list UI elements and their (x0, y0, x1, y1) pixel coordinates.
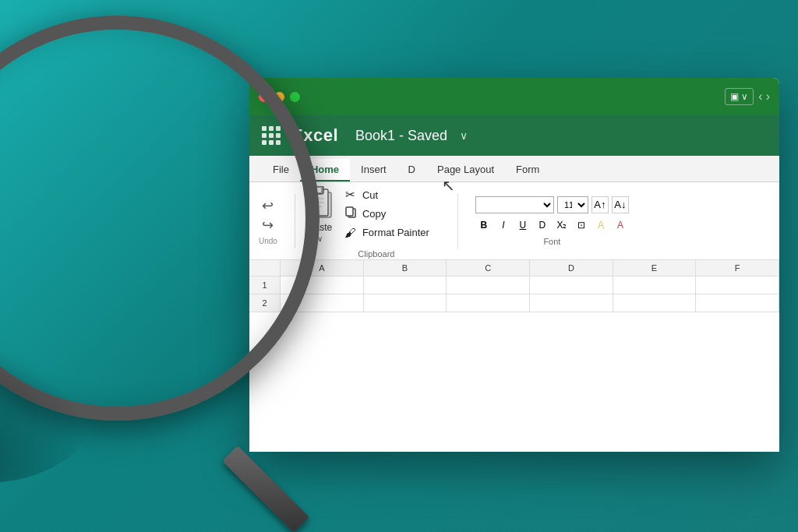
excel-window: ▣ ∨ ‹ › Excel Book1 - Saved ∨ File Ho (249, 78, 779, 452)
font-group: 11 A↑ A↓ B I U D X₂ ⊡ A A Font (475, 196, 629, 246)
column-headers: A B C D E F (249, 260, 779, 277)
clipboard-items: Paste ∨ ✂ Cut (306, 183, 447, 246)
tab-file[interactable]: File (262, 159, 300, 181)
col-header-b[interactable]: B (364, 260, 447, 276)
shrink-font-button[interactable]: A↓ (612, 196, 629, 213)
fill-color-button[interactable]: A (592, 217, 609, 234)
tab-d[interactable]: D (397, 159, 426, 181)
undo-label: Undo (259, 237, 277, 245)
cell-a1[interactable] (281, 277, 364, 294)
paste-icon (306, 186, 334, 220)
nav-arrows: ‹ › (758, 90, 770, 104)
format-painter-label: Format Painter (362, 227, 429, 238)
cell-d2[interactable] (530, 294, 613, 312)
table-row: 1 (249, 277, 779, 294)
svg-rect-3 (316, 188, 321, 192)
col-header-c[interactable]: C (447, 260, 530, 276)
cut-button[interactable]: ✂ Cut (341, 186, 447, 203)
close-button[interactable] (259, 92, 269, 102)
font-controls-row: 11 A↑ A↓ (475, 196, 629, 213)
subscript-button[interactable]: X₂ (553, 217, 570, 234)
spreadsheet-area: A B C D E F 1 2 (249, 260, 779, 452)
italic-button[interactable]: I (495, 217, 512, 234)
paste-button[interactable]: Paste ∨ (306, 186, 334, 243)
cell-e2[interactable] (613, 294, 697, 312)
corner-cell (249, 260, 281, 276)
toolbar-icons: ▣ ∨ ‹ › (725, 88, 770, 105)
copy-label: Copy (362, 208, 386, 220)
minimize-button[interactable] (274, 92, 284, 102)
window-controls (259, 92, 300, 102)
app-title-bar: Excel Book1 - Saved ∨ (249, 115, 779, 156)
strikethrough-button[interactable]: D (534, 217, 551, 234)
format-painter-icon: 🖌 (344, 226, 358, 239)
tab-page-layout[interactable]: Page Layout (426, 159, 505, 181)
redo-button[interactable]: ↪ (262, 216, 274, 235)
col-header-e[interactable]: E (613, 260, 697, 276)
font-size-select[interactable]: 11 (557, 196, 588, 213)
cell-e1[interactable] (613, 277, 697, 294)
ribbon-content: ↩ ↪ Undo (249, 182, 779, 260)
copy-button[interactable]: Copy (341, 205, 447, 223)
col-header-d[interactable]: D (530, 260, 613, 276)
col-header-a[interactable]: A (281, 260, 364, 276)
tab-insert[interactable]: Insert (350, 159, 397, 181)
forward-arrow-icon[interactable]: › (766, 90, 770, 104)
maximize-button[interactable] (290, 92, 300, 102)
layout-icon-button[interactable]: ▣ ∨ (725, 88, 754, 105)
paste-label: Paste (309, 222, 333, 233)
table-row: 2 (249, 294, 779, 312)
svg-rect-8 (346, 207, 353, 216)
doc-chevron-icon[interactable]: ∨ (460, 129, 468, 142)
ribbon-tabs: File Home Insert D Page Layout Form (249, 156, 779, 182)
row-num-2: 2 (249, 294, 281, 312)
row-num-1: 1 (249, 277, 281, 294)
format-painter-button[interactable]: 🖌 Format Painter (341, 224, 447, 241)
cell-f1[interactable] (696, 277, 779, 294)
doc-title: Book1 - Saved (355, 128, 447, 144)
separator-2 (457, 194, 458, 248)
app-grid-icon (262, 126, 281, 145)
cell-c2[interactable] (447, 294, 530, 312)
cell-d1[interactable] (530, 277, 613, 294)
underline-button[interactable]: U (514, 217, 531, 234)
tab-home[interactable]: Home (300, 159, 350, 181)
cell-b2[interactable] (364, 294, 447, 312)
layout-icon: ▣ (730, 91, 739, 102)
paste-svg-icon (306, 186, 334, 220)
separator-1 (295, 194, 295, 248)
border-button[interactable]: ⊡ (573, 217, 590, 234)
clipboard-group: Paste ∨ ✂ Cut (306, 183, 447, 259)
grow-font-button[interactable]: A↑ (591, 196, 609, 213)
copy-icon (344, 206, 358, 221)
cut-copy-format-group: ✂ Cut Copy 🖌 Form (341, 186, 447, 241)
font-group-label: Font (475, 237, 629, 246)
bold-button[interactable]: B (475, 217, 493, 234)
format-row: B I U D X₂ ⊡ A A (475, 217, 629, 234)
undo-button[interactable]: ↩ (262, 196, 274, 216)
dropdown-icon: ∨ (741, 91, 748, 102)
app-name: Excel (291, 125, 338, 146)
cell-f2[interactable] (696, 294, 779, 312)
back-arrow-icon[interactable]: ‹ (758, 90, 762, 104)
cell-a2[interactable] (281, 294, 364, 312)
cut-icon: ✂ (344, 188, 358, 202)
clipboard-group-label: Clipboard (358, 249, 394, 259)
title-bar: ▣ ∨ ‹ › (249, 78, 779, 115)
font-name-select[interactable] (475, 196, 554, 213)
tab-form[interactable]: Form (505, 159, 550, 181)
cell-b1[interactable] (364, 277, 447, 294)
paste-chevron-icon: ∨ (317, 234, 323, 243)
undo-redo-group: ↩ ↪ Undo (259, 196, 277, 245)
font-color-button[interactable]: A (612, 217, 629, 234)
col-header-f[interactable]: F (696, 260, 779, 276)
cell-c1[interactable] (447, 277, 530, 294)
cut-label: Cut (362, 189, 378, 201)
